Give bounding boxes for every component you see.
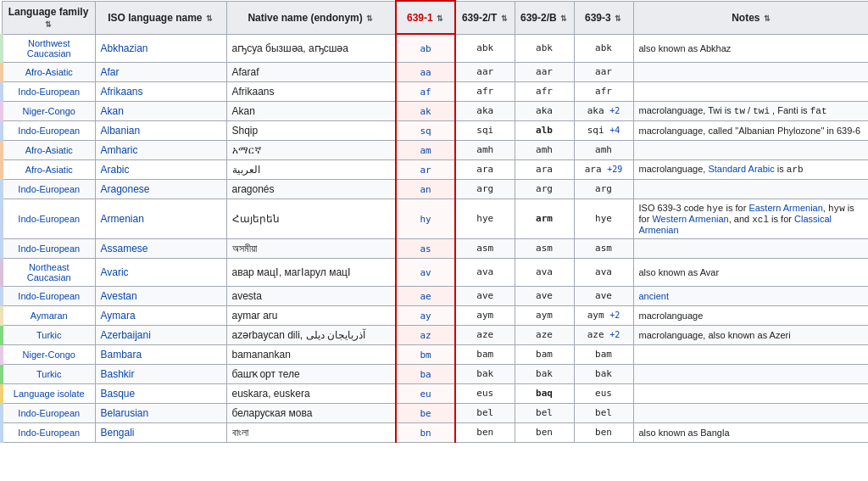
639-1-link[interactable]: aa [420,67,431,78]
native-cell: azərbaycan dili, آذربایجان دیلی [226,325,396,344]
family-link[interactable]: Indo-European [18,428,80,438]
native-cell: avesta [226,286,396,305]
iso-link[interactable]: Avestan [101,290,137,302]
639-1-link[interactable]: as [420,243,431,254]
iso-link[interactable]: Amharic [101,144,138,156]
iso-link[interactable]: Abkhazian [101,42,148,54]
notes-cell: macrolanguage, Standard Arabic is arb [633,159,868,179]
family-link[interactable]: Indo-European [18,126,80,136]
639-1-link[interactable]: ba [420,369,431,380]
639-1-cell: as [396,238,455,258]
iso-link[interactable]: Armenian [101,213,144,225]
iso-link[interactable]: Bengali [101,427,135,439]
family-link[interactable]: Indo-European [18,408,80,418]
column-header-col-639-2b[interactable]: 639-2/B ⇅ [515,1,574,34]
table-row: Indo-EuropeanAragonesearagonésanargargar… [2,179,868,199]
western-armenian-link[interactable]: Western Armenian [652,214,728,224]
639-3-cell: arg [574,179,633,199]
column-header-col-639-1[interactable]: 639-1 ⇅ [396,1,455,34]
639-1-link[interactable]: eu [420,389,431,400]
family-link[interactable]: Afro-Asiatic [25,145,73,155]
639-1-link[interactable]: am [420,145,431,156]
iso-link[interactable]: Aragonese [101,183,150,195]
family-link[interactable]: Niger-Congo [23,106,75,116]
family-cell: Turkic [2,364,95,383]
ancient-link[interactable]: ancient [639,291,669,301]
639-2t-cell: aze [455,325,515,344]
family-link[interactable]: Turkic [36,369,62,379]
iso-link[interactable]: Avaric [101,266,129,278]
sort-icon[interactable]: ⇅ [763,14,771,23]
iso-link[interactable]: Afrikaans [101,86,143,98]
iso-link[interactable]: Belarusian [101,407,149,419]
family-link[interactable]: Indo-European [18,243,80,254]
iso-link[interactable]: Basque [101,388,136,400]
iso-link[interactable]: Albanian [101,125,141,137]
639-1-link[interactable]: ab [420,43,431,54]
family-link[interactable]: Afro-Asiatic [25,165,73,175]
iso-link[interactable]: Akan [101,105,124,117]
notes-cell: also known as Abkhaz [633,34,868,62]
sort-icon[interactable]: ⇅ [500,14,509,23]
table-row: Afro-AsiaticArabicالعربيةararaaraara +29… [2,159,868,179]
639-1-link[interactable]: sq [420,126,431,137]
column-header-col-notes[interactable]: Notes ⇅ [633,1,868,34]
639-1-link[interactable]: bm [420,350,431,361]
arabic-link[interactable]: Standard Arabic [708,164,774,174]
table-row: Indo-EuropeanAlbanianShqipsqsqialbsqi +4… [2,120,868,140]
639-1-link[interactable]: be [420,408,431,419]
639-1-link[interactable]: af [420,87,431,98]
family-link[interactable]: Aymaran [31,310,68,321]
sort-icon[interactable]: ⇅ [365,14,374,23]
639-1-link[interactable]: an [420,184,431,195]
639-1-cell: av [396,258,455,286]
639-1-link[interactable]: ay [420,310,431,322]
639-1-cell: an [396,179,455,199]
639-1-link[interactable]: bn [420,428,431,439]
639-1-link[interactable]: hy [420,214,431,225]
iso-link[interactable]: Bashkir [101,368,135,380]
iso-link[interactable]: Azerbaijani [101,329,151,341]
sort-icon[interactable]: ⇅ [559,14,568,23]
sort-icon[interactable]: ⇅ [436,14,444,23]
iso-cell: Azerbaijani [95,325,226,344]
family-link[interactable]: Indo-European [18,184,80,194]
family-cell: Indo-European [2,286,95,305]
639-2b-cell: alb [515,120,574,140]
sort-icon[interactable]: ⇅ [44,20,53,29]
column-header-col-639-2t[interactable]: 639-2/T ⇅ [455,1,515,34]
family-link[interactable]: Northwest Caucasian [27,38,71,59]
639-1-cell: sq [396,120,455,140]
sort-icon[interactable]: ⇅ [205,14,214,23]
639-1-link[interactable]: ae [420,291,431,302]
iso-link[interactable]: Bambara [101,349,142,361]
family-cell: Language isolate [2,383,95,403]
iso-link[interactable]: Assamese [101,243,148,254]
family-link[interactable]: Niger-Congo [23,350,75,360]
native-cell: авар мацӀ, магӀарул мацӀ [226,258,396,286]
native-cell: Afrikaans [226,81,396,101]
family-link[interactable]: Indo-European [18,291,80,301]
iso-link[interactable]: Aymara [101,310,136,322]
family-link[interactable]: Northeast Caucasian [27,262,71,282]
639-1-link[interactable]: ak [420,106,431,117]
family-link[interactable]: Indo-European [18,214,80,224]
family-link[interactable]: Language isolate [14,389,85,399]
column-header-col-iso[interactable]: ISO language name ⇅ [95,1,226,34]
column-header-col-639-3[interactable]: 639-3 ⇅ [574,1,633,34]
sort-icon[interactable]: ⇅ [614,14,622,23]
family-link[interactable]: Turkic [36,330,62,340]
639-1-cell: bn [396,422,455,442]
family-link[interactable]: Indo-European [18,87,80,97]
639-2t-cell: asm [455,238,515,258]
639-1-link[interactable]: ar [420,165,431,176]
639-1-link[interactable]: az [420,330,431,341]
iso-link[interactable]: Arabic [101,164,130,176]
column-header-col-family[interactable]: Language family ⇅ [2,1,95,34]
iso-cell: Avestan [95,286,226,305]
column-header-col-native[interactable]: Native name (endonym) ⇅ [226,1,396,34]
iso-link[interactable]: Afar [101,66,120,78]
family-link[interactable]: Afro-Asiatic [25,67,73,77]
eastern-armenian-link[interactable]: Eastern Armenian [748,203,822,213]
639-1-link[interactable]: av [420,267,431,278]
